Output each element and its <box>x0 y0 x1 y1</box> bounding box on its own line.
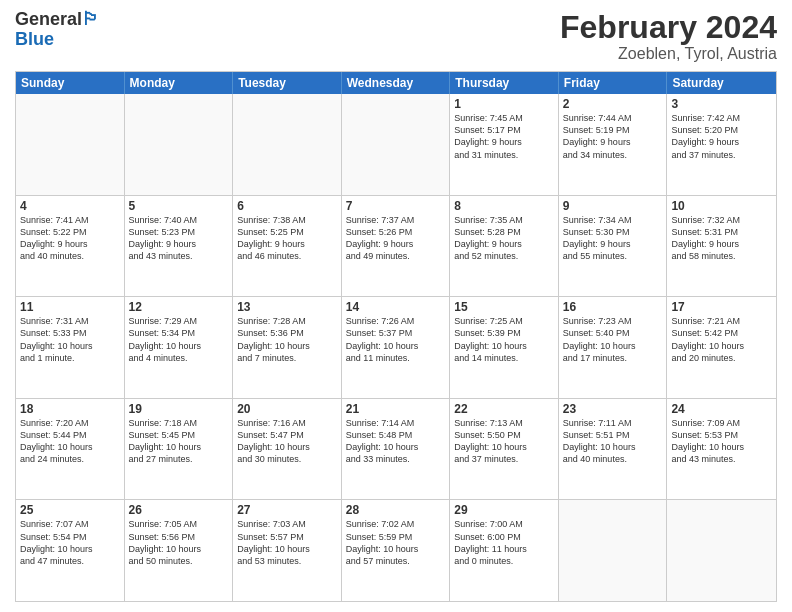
day-number: 29 <box>454 503 554 517</box>
calendar-row: 1Sunrise: 7:45 AM Sunset: 5:17 PM Daylig… <box>16 94 776 195</box>
day-number: 17 <box>671 300 772 314</box>
weekday-header: Sunday <box>16 72 125 94</box>
day-info: Sunrise: 7:37 AM Sunset: 5:26 PM Dayligh… <box>346 214 446 263</box>
day-info: Sunrise: 7:29 AM Sunset: 5:34 PM Dayligh… <box>129 315 229 364</box>
day-number: 25 <box>20 503 120 517</box>
calendar-row: 18Sunrise: 7:20 AM Sunset: 5:44 PM Dayli… <box>16 398 776 500</box>
day-info: Sunrise: 7:09 AM Sunset: 5:53 PM Dayligh… <box>671 417 772 466</box>
day-number: 18 <box>20 402 120 416</box>
logo-blue: Blue <box>15 29 54 49</box>
calendar-cell: 21Sunrise: 7:14 AM Sunset: 5:48 PM Dayli… <box>342 399 451 500</box>
calendar-cell <box>233 94 342 195</box>
day-number: 26 <box>129 503 229 517</box>
day-number: 15 <box>454 300 554 314</box>
calendar-cell: 17Sunrise: 7:21 AM Sunset: 5:42 PM Dayli… <box>667 297 776 398</box>
day-info: Sunrise: 7:14 AM Sunset: 5:48 PM Dayligh… <box>346 417 446 466</box>
calendar-cell: 10Sunrise: 7:32 AM Sunset: 5:31 PM Dayli… <box>667 196 776 297</box>
logo-general: General <box>15 9 82 29</box>
day-number: 27 <box>237 503 337 517</box>
day-number: 23 <box>563 402 663 416</box>
day-number: 16 <box>563 300 663 314</box>
day-number: 21 <box>346 402 446 416</box>
calendar-cell: 7Sunrise: 7:37 AM Sunset: 5:26 PM Daylig… <box>342 196 451 297</box>
calendar-cell: 5Sunrise: 7:40 AM Sunset: 5:23 PM Daylig… <box>125 196 234 297</box>
weekday-header: Wednesday <box>342 72 451 94</box>
day-info: Sunrise: 7:23 AM Sunset: 5:40 PM Dayligh… <box>563 315 663 364</box>
calendar-cell: 11Sunrise: 7:31 AM Sunset: 5:33 PM Dayli… <box>16 297 125 398</box>
day-info: Sunrise: 7:42 AM Sunset: 5:20 PM Dayligh… <box>671 112 772 161</box>
day-info: Sunrise: 7:20 AM Sunset: 5:44 PM Dayligh… <box>20 417 120 466</box>
calendar-cell: 13Sunrise: 7:28 AM Sunset: 5:36 PM Dayli… <box>233 297 342 398</box>
calendar-cell <box>16 94 125 195</box>
calendar-cell <box>667 500 776 601</box>
title-block: February 2024 Zoeblen, Tyrol, Austria <box>560 10 777 63</box>
day-number: 28 <box>346 503 446 517</box>
calendar-cell: 6Sunrise: 7:38 AM Sunset: 5:25 PM Daylig… <box>233 196 342 297</box>
day-number: 10 <box>671 199 772 213</box>
calendar-row: 25Sunrise: 7:07 AM Sunset: 5:54 PM Dayli… <box>16 499 776 601</box>
day-info: Sunrise: 7:31 AM Sunset: 5:33 PM Dayligh… <box>20 315 120 364</box>
weekday-header: Saturday <box>667 72 776 94</box>
day-number: 7 <box>346 199 446 213</box>
day-info: Sunrise: 7:03 AM Sunset: 5:57 PM Dayligh… <box>237 518 337 567</box>
calendar-cell: 20Sunrise: 7:16 AM Sunset: 5:47 PM Dayli… <box>233 399 342 500</box>
weekday-header: Monday <box>125 72 234 94</box>
calendar-cell: 18Sunrise: 7:20 AM Sunset: 5:44 PM Dayli… <box>16 399 125 500</box>
calendar-cell: 29Sunrise: 7:00 AM Sunset: 6:00 PM Dayli… <box>450 500 559 601</box>
weekday-header: Friday <box>559 72 668 94</box>
calendar-cell: 26Sunrise: 7:05 AM Sunset: 5:56 PM Dayli… <box>125 500 234 601</box>
calendar-cell: 19Sunrise: 7:18 AM Sunset: 5:45 PM Dayli… <box>125 399 234 500</box>
calendar-cell: 16Sunrise: 7:23 AM Sunset: 5:40 PM Dayli… <box>559 297 668 398</box>
day-number: 13 <box>237 300 337 314</box>
calendar-cell: 25Sunrise: 7:07 AM Sunset: 5:54 PM Dayli… <box>16 500 125 601</box>
day-info: Sunrise: 7:45 AM Sunset: 5:17 PM Dayligh… <box>454 112 554 161</box>
calendar-cell: 27Sunrise: 7:03 AM Sunset: 5:57 PM Dayli… <box>233 500 342 601</box>
logo-text: General🏳 Blue <box>15 10 100 50</box>
day-info: Sunrise: 7:00 AM Sunset: 6:00 PM Dayligh… <box>454 518 554 567</box>
day-info: Sunrise: 7:32 AM Sunset: 5:31 PM Dayligh… <box>671 214 772 263</box>
day-info: Sunrise: 7:07 AM Sunset: 5:54 PM Dayligh… <box>20 518 120 567</box>
day-info: Sunrise: 7:18 AM Sunset: 5:45 PM Dayligh… <box>129 417 229 466</box>
day-number: 5 <box>129 199 229 213</box>
calendar-body: 1Sunrise: 7:45 AM Sunset: 5:17 PM Daylig… <box>16 94 776 601</box>
calendar-cell: 3Sunrise: 7:42 AM Sunset: 5:20 PM Daylig… <box>667 94 776 195</box>
day-number: 14 <box>346 300 446 314</box>
day-number: 22 <box>454 402 554 416</box>
day-number: 11 <box>20 300 120 314</box>
calendar-cell <box>342 94 451 195</box>
day-info: Sunrise: 7:44 AM Sunset: 5:19 PM Dayligh… <box>563 112 663 161</box>
calendar-header: SundayMondayTuesdayWednesdayThursdayFrid… <box>16 72 776 94</box>
day-info: Sunrise: 7:13 AM Sunset: 5:50 PM Dayligh… <box>454 417 554 466</box>
day-number: 1 <box>454 97 554 111</box>
calendar-cell: 12Sunrise: 7:29 AM Sunset: 5:34 PM Dayli… <box>125 297 234 398</box>
day-info: Sunrise: 7:16 AM Sunset: 5:47 PM Dayligh… <box>237 417 337 466</box>
day-number: 3 <box>671 97 772 111</box>
weekday-header: Tuesday <box>233 72 342 94</box>
calendar-cell: 4Sunrise: 7:41 AM Sunset: 5:22 PM Daylig… <box>16 196 125 297</box>
calendar-row: 4Sunrise: 7:41 AM Sunset: 5:22 PM Daylig… <box>16 195 776 297</box>
calendar-cell: 15Sunrise: 7:25 AM Sunset: 5:39 PM Dayli… <box>450 297 559 398</box>
weekday-header: Thursday <box>450 72 559 94</box>
day-info: Sunrise: 7:21 AM Sunset: 5:42 PM Dayligh… <box>671 315 772 364</box>
day-info: Sunrise: 7:38 AM Sunset: 5:25 PM Dayligh… <box>237 214 337 263</box>
day-info: Sunrise: 7:40 AM Sunset: 5:23 PM Dayligh… <box>129 214 229 263</box>
day-number: 8 <box>454 199 554 213</box>
day-info: Sunrise: 7:26 AM Sunset: 5:37 PM Dayligh… <box>346 315 446 364</box>
logo-flag-icon: 🏳 <box>82 9 100 29</box>
day-info: Sunrise: 7:41 AM Sunset: 5:22 PM Dayligh… <box>20 214 120 263</box>
day-number: 9 <box>563 199 663 213</box>
calendar-cell: 2Sunrise: 7:44 AM Sunset: 5:19 PM Daylig… <box>559 94 668 195</box>
calendar-cell: 14Sunrise: 7:26 AM Sunset: 5:37 PM Dayli… <box>342 297 451 398</box>
day-info: Sunrise: 7:05 AM Sunset: 5:56 PM Dayligh… <box>129 518 229 567</box>
day-info: Sunrise: 7:28 AM Sunset: 5:36 PM Dayligh… <box>237 315 337 364</box>
day-number: 24 <box>671 402 772 416</box>
day-info: Sunrise: 7:02 AM Sunset: 5:59 PM Dayligh… <box>346 518 446 567</box>
calendar-cell: 23Sunrise: 7:11 AM Sunset: 5:51 PM Dayli… <box>559 399 668 500</box>
calendar-cell: 24Sunrise: 7:09 AM Sunset: 5:53 PM Dayli… <box>667 399 776 500</box>
calendar-cell: 22Sunrise: 7:13 AM Sunset: 5:50 PM Dayli… <box>450 399 559 500</box>
calendar-cell: 28Sunrise: 7:02 AM Sunset: 5:59 PM Dayli… <box>342 500 451 601</box>
day-number: 19 <box>129 402 229 416</box>
calendar-cell: 9Sunrise: 7:34 AM Sunset: 5:30 PM Daylig… <box>559 196 668 297</box>
day-number: 4 <box>20 199 120 213</box>
day-info: Sunrise: 7:25 AM Sunset: 5:39 PM Dayligh… <box>454 315 554 364</box>
